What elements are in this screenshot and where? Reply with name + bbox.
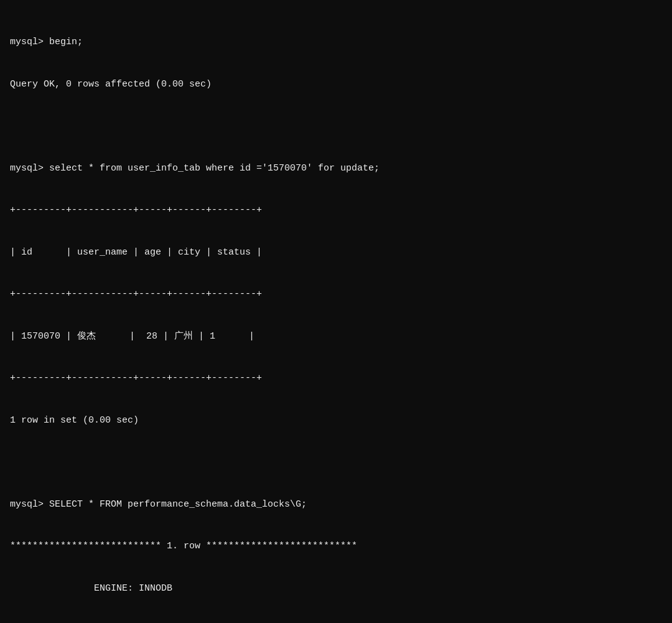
blank-1	[10, 456, 662, 470]
line-4: mysql> select * from user_info_tab where…	[10, 162, 662, 176]
select-query: mysql> SELECT * FROM performance_schema.…	[10, 498, 662, 512]
terminal-window: mysql> begin; Query OK, 0 rows affected …	[10, 7, 662, 623]
line-3	[10, 119, 662, 134]
line-2: Query OK, 0 rows affected (0.00 sec)	[10, 78, 662, 92]
row-count-1: 1 row in set (0.00 sec)	[10, 414, 662, 428]
table-border-mid: +---------+-----------+-----+------+----…	[10, 288, 662, 302]
table-border-top: +---------+-----------+-----+------+----…	[10, 204, 662, 218]
table-header: | id | user_name | age | city | status |	[10, 246, 662, 260]
engine-1: ENGINE: INNODB	[10, 582, 662, 596]
terminal-content: mysql> begin; Query OK, 0 rows affected …	[10, 7, 662, 623]
table-row-1: | 1570070 | 俊杰 | 28 | 广州 | 1 |	[10, 330, 662, 344]
table-border-bottom: +---------+-----------+-----+------+----…	[10, 372, 662, 386]
line-1: mysql> begin;	[10, 35, 662, 50]
row-separator-1: *************************** 1. row *****…	[10, 540, 662, 554]
